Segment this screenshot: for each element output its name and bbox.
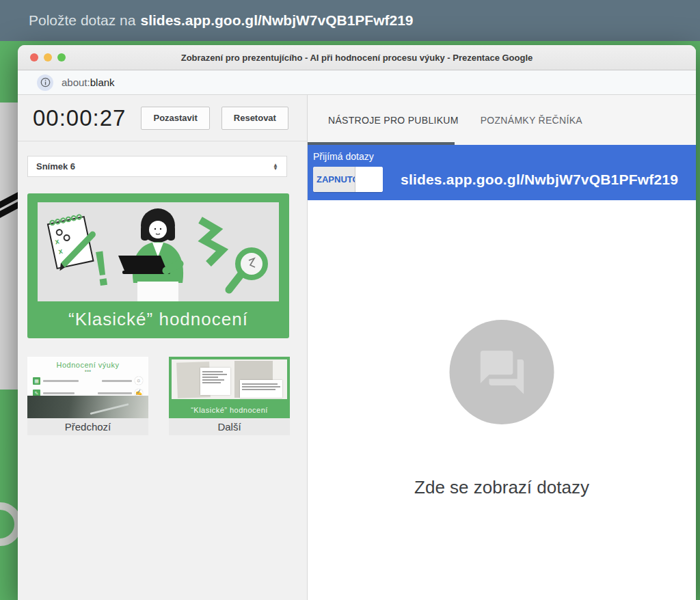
notes-photos [172, 359, 287, 399]
toggle-off-side[interactable] [355, 167, 383, 192]
qa-banner-prefix: Položte dotaz na [29, 12, 135, 29]
next-slide-title: “Klasické” hodnocení [172, 402, 287, 418]
hand-writing-photo [27, 396, 148, 418]
audience-url: slides.app.goo.gl/NwbjW7vQB1PFwf219 [401, 172, 678, 188]
close-button[interactable] [30, 53, 38, 62]
slide-selector[interactable]: Snímek 6 ▲▼ [27, 156, 287, 177]
traffic-lights [30, 53, 66, 62]
timer-display: 00:00:27 [33, 105, 126, 131]
accepting-questions-banner: Přijímá dotazy ZAPNUTO slides.app.goo.gl… [308, 145, 696, 200]
questions-area: Zde se zobrazí dotazy [308, 200, 696, 600]
pen-shape [90, 403, 129, 415]
chat-empty-badge [450, 320, 554, 424]
reset-button[interactable]: Resetovat [221, 107, 288, 130]
zoom-button[interactable] [57, 53, 66, 62]
previous-slide-label[interactable]: Předchozí [27, 418, 148, 435]
current-slide-preview: x x ! [27, 193, 289, 338]
next-slide-image[interactable]: “Klasické” hodnocení [169, 357, 290, 418]
info-icon[interactable] [37, 74, 53, 91]
banner-status-text: Přijímá dotazy [313, 151, 696, 162]
empty-state-message: Zde se zobrazí dotazy [308, 477, 696, 498]
presentation-qa-banner: Položte dotaz na slides.app.goo.gl/NwbjW… [0, 0, 700, 41]
slide-illustration: x x ! [38, 202, 279, 301]
lightbulb-icon: ☼ [135, 377, 143, 385]
qa-banner-url: slides.app.goo.gl/NwbjW7vQB1PFwf219 [140, 12, 413, 29]
slide-selector-value: Snímek 6 [36, 161, 75, 172]
next-slide-thumbnail[interactable]: “Klasické” hodnocení Další [169, 357, 290, 435]
magnifier-icon [229, 250, 265, 290]
next-slide-label[interactable]: Další [169, 418, 290, 435]
tab-audience-tools[interactable]: NÁSTROJE PRO PUBLIKUM [319, 115, 468, 126]
window-content: 00:00:27 Pozastavit Resetovat Snímek 6 ▲… [18, 95, 696, 600]
text-overlay-box [240, 380, 282, 398]
timer-row: 00:00:27 Pozastavit Resetovat [18, 95, 307, 141]
tab-speaker-notes[interactable]: POZNÁMKY ŘEČNÍKA [471, 115, 592, 126]
previous-slide-image[interactable]: Hodnocení výuky ••• ▦ ☼ ✎ ✍ [27, 357, 148, 418]
exclamation-icon: ! [90, 240, 113, 297]
url-bar[interactable]: about:blank [18, 70, 696, 95]
person-with-laptop [118, 208, 183, 301]
tab-bar: NÁSTROJE PRO PUBLIKUM POZNÁMKY ŘEČNÍKA [308, 95, 696, 145]
toggle-on-label[interactable]: ZAPNUTO [313, 167, 355, 192]
bullet-icon: ▦ [33, 377, 40, 385]
slide-control-panel: 00:00:27 Pozastavit Resetovat Snímek 6 ▲… [18, 95, 308, 600]
questions-toggle[interactable]: ZAPNUTO [313, 167, 383, 192]
window-title: Zobrazení pro prezentujícího - AI při ho… [181, 53, 533, 63]
url-scheme: about: [62, 77, 90, 88]
url-page: blank [90, 77, 115, 88]
current-slide-title: “Klasické” hodnocení [27, 309, 289, 330]
background-slide-fragment [0, 103, 18, 390]
audience-panel: NÁSTROJE PRO PUBLIKUM POZNÁMKY ŘEČNÍKA P… [308, 95, 696, 600]
pause-button[interactable]: Pozastavit [141, 107, 209, 130]
chat-bubbles-icon [476, 346, 528, 398]
active-tab-underline [308, 142, 455, 145]
zigzag-icon [200, 220, 222, 264]
url-value[interactable]: about:blank [62, 77, 115, 88]
presenter-view-window: Zobrazení pro prezentujícího - AI při ho… [18, 45, 696, 600]
minimize-button[interactable] [44, 53, 52, 62]
previous-slide-items: ▦ ☼ ✎ ✍ [27, 372, 148, 397]
slide-thumbnails: Hodnocení výuky ••• ▦ ☼ ✎ ✍ Předchozí [27, 357, 297, 435]
stepper-arrows-icon: ▲▼ [273, 163, 278, 170]
previous-slide-thumbnail[interactable]: Hodnocení výuky ••• ▦ ☼ ✎ ✍ Předchozí [27, 357, 148, 435]
window-titlebar[interactable]: Zobrazení pro prezentujícího - AI při ho… [18, 45, 696, 70]
text-overlay-box [200, 368, 230, 395]
